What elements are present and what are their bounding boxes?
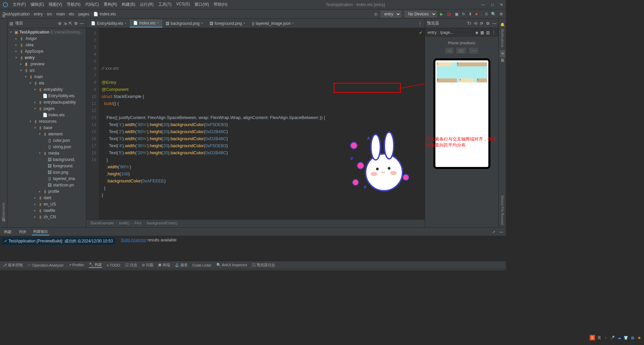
tree-item[interactable]: ▸▮dark xyxy=(7,194,86,201)
tree-item[interactable]: ▾▮media xyxy=(7,150,86,156)
tree-root[interactable]: ▾▣ TestApplication E:\nana\Desktop... xyxy=(7,29,86,35)
build-output-tab[interactable]: 构建输出 xyxy=(32,228,49,235)
tree-item[interactable]: 🖼startIcon.pn xyxy=(7,182,86,188)
refresh-icon[interactable]: ⟳ xyxy=(480,21,483,26)
code-content[interactable]: // xxx.ets @Entry@Componentstruct StackE… xyxy=(99,28,425,219)
attach-icon[interactable]: ⬇ xyxy=(469,12,472,16)
notifications-icon[interactable]: 🔔 xyxy=(500,23,504,26)
tree-item[interactable]: ▸▮en_US xyxy=(7,201,86,207)
device-file-browser-button[interactable]: Device File Browser xyxy=(500,195,504,225)
menu-t[interactable]: 工具(T) xyxy=(156,1,173,8)
tab-layered_image-json[interactable]: {}layered_image.json× xyxy=(249,20,297,27)
nav-back-icon[interactable]: ◁ xyxy=(445,48,453,54)
vcs-icon[interactable]: ⎘ xyxy=(485,12,488,16)
tree-item[interactable]: ▸▮entrybackupability xyxy=(7,99,86,105)
coverage-icon[interactable]: ▣ xyxy=(455,12,459,16)
project-tree[interactable]: ▾▣ TestApplication E:\nana\Desktop... ▸▮… xyxy=(7,28,86,227)
previewer-tool-button[interactable]: ◉ 预览器 xyxy=(500,50,505,57)
menu-v[interactable]: 视图(V) xyxy=(47,1,64,8)
close-icon[interactable]: × xyxy=(292,21,294,25)
tabs-more-icon[interactable]: ⋮ xyxy=(415,21,425,26)
tool-Code Linter[interactable]: Code Linter xyxy=(193,263,212,267)
tree-item[interactable]: ▾▮src xyxy=(7,67,86,73)
select-opened-icon[interactable]: ⊕ xyxy=(58,21,61,26)
text-icon[interactable]: Tт xyxy=(467,21,471,26)
tool-日志[interactable]: ▤ 日志 xyxy=(125,263,137,268)
build-analyzer-link[interactable]: Build Analyzer xyxy=(121,238,147,242)
breadcrumb[interactable]: TestApplication›entry›src›main›ets›pages… xyxy=(3,12,116,16)
tool-版本控制[interactable]: ⎇ 版本控制 xyxy=(3,263,23,268)
tree-item[interactable]: 🖼background. xyxy=(7,156,86,163)
tab-EntryAbility-ets[interactable]: 📄EntryAbility.ets× xyxy=(88,20,130,27)
project-title[interactable]: 项目 xyxy=(15,20,23,26)
module-select[interactable]: entry xyxy=(381,11,401,17)
profile-icon[interactable]: ↻ xyxy=(462,12,465,16)
menu-e[interactable]: 编辑(E) xyxy=(29,1,46,8)
tree-item[interactable]: {}string.json xyxy=(7,143,86,150)
maximize-button[interactable]: □ xyxy=(491,2,494,7)
code-breadcrumb[interactable]: StackExample›build()›Flex›backgroundColo… xyxy=(86,219,425,227)
tool-ArkUI Inspector[interactable]: 🔍 ArkUI Inspector xyxy=(216,263,247,267)
menu-r[interactable]: 运行(R) xyxy=(138,1,156,8)
tree-item[interactable]: {}layered_ima xyxy=(7,175,86,182)
bookmarks-tool-button[interactable]: Bookmarks xyxy=(2,203,5,219)
tool-TODO[interactable]: ≡ TODO xyxy=(107,263,120,267)
expand-all-icon[interactable]: ⇲ xyxy=(63,21,67,26)
close-icon[interactable]: × xyxy=(157,21,159,25)
menu-h[interactable]: 帮助(H) xyxy=(212,1,229,8)
code-editor[interactable]: 12345678910111213141516171819 xyxy=(86,28,425,219)
tool-服务[interactable]: ⚓ 服务 xyxy=(175,263,188,268)
run-icon[interactable]: ▶ xyxy=(440,12,443,16)
tab-Index-ets[interactable]: 📄Index.ets× xyxy=(130,19,162,27)
tool-预览器日志[interactable]: ▤ 预览器日志 xyxy=(252,263,275,268)
layers-icon[interactable]: ▦ xyxy=(480,30,484,35)
tab-foreground-png[interactable]: 🖼foreground.png× xyxy=(206,20,249,27)
gear-icon[interactable]: ⚙ xyxy=(486,21,490,26)
menu-f[interactable]: 文件(F) xyxy=(11,1,28,8)
build-status-message[interactable]: ✔ TestApplication [PreviewBuild]: 成功的 在2… xyxy=(2,238,115,245)
tree-item[interactable]: ▸▮.idea xyxy=(7,42,86,48)
tool-Profiler[interactable]: ↗ Profiler xyxy=(68,263,84,267)
tree-item[interactable]: 🖼foreground. xyxy=(7,163,86,169)
tree-item[interactable]: ▾▮pages xyxy=(7,105,86,112)
tree-item[interactable]: ▾▮entryability xyxy=(7,86,86,93)
tree-item[interactable]: 📄EntryAbility.ets xyxy=(7,93,86,99)
stop-icon[interactable]: ■ xyxy=(475,12,478,16)
hide-icon[interactable]: — xyxy=(492,21,496,26)
inspect-icon[interactable]: ◈ xyxy=(475,30,478,35)
menu-b[interactable]: 构建(B) xyxy=(120,1,137,8)
nav-more-icon[interactable]: ⋯ xyxy=(469,48,478,54)
tree-item[interactable]: ▸▮profile xyxy=(7,188,86,194)
tree-item[interactable]: ▸▮.hvigor xyxy=(7,35,86,42)
more-icon[interactable]: ⋮ xyxy=(492,30,496,35)
minimize-button[interactable]: — xyxy=(481,2,485,7)
search-icon[interactable]: 🔍 xyxy=(491,12,496,16)
tree-item[interactable]: 🖼icon.png xyxy=(7,169,86,175)
target-icon[interactable]: ◎ xyxy=(374,12,377,16)
menu-c[interactable]: 代码(C) xyxy=(83,1,101,8)
debug-icon[interactable]: 🐞 xyxy=(446,12,451,16)
tree-item[interactable]: ▸▮AppScope xyxy=(7,48,86,54)
close-button[interactable]: ✕ xyxy=(500,2,503,7)
tree-item[interactable]: ▾▮ets xyxy=(7,80,86,86)
gear-icon[interactable]: ⚙ xyxy=(74,21,78,26)
tree-item[interactable]: ▸▮zh_CN xyxy=(7,214,86,220)
menu-w[interactable]: 窗口(W) xyxy=(193,1,211,8)
tool-构建[interactable]: 🔨 构建 xyxy=(89,262,102,268)
tool-问题[interactable]: ⊘ 问题 xyxy=(142,263,153,268)
collapse-all-icon[interactable]: ⇱ xyxy=(69,21,72,26)
hide-icon[interactable]: — xyxy=(499,230,503,234)
tree-item[interactable]: ▾▮base xyxy=(7,124,86,131)
tool-终端[interactable]: ▣ 终端 xyxy=(158,263,170,268)
tab-background-png[interactable]: 🖼background.png× xyxy=(162,20,206,27)
menu-vcss[interactable]: VCS(S) xyxy=(174,1,192,8)
tree-item[interactable]: 📄Index.ets xyxy=(7,112,86,118)
tool-Operation Analyzer[interactable]: 〰 Operation Analyzer xyxy=(28,263,64,267)
analysis-ok-icon[interactable]: ✔ xyxy=(419,30,423,35)
tree-item[interactable]: ▾▮element xyxy=(7,131,86,137)
device-select[interactable]: No Devices xyxy=(405,11,437,17)
notifications-tool-button[interactable]: Notifications xyxy=(500,29,504,47)
sync-tab[interactable]: 同步 xyxy=(18,229,28,235)
expand-icon[interactable]: ⤢ xyxy=(492,230,495,234)
menu-r[interactable]: 重构(R) xyxy=(102,1,119,8)
